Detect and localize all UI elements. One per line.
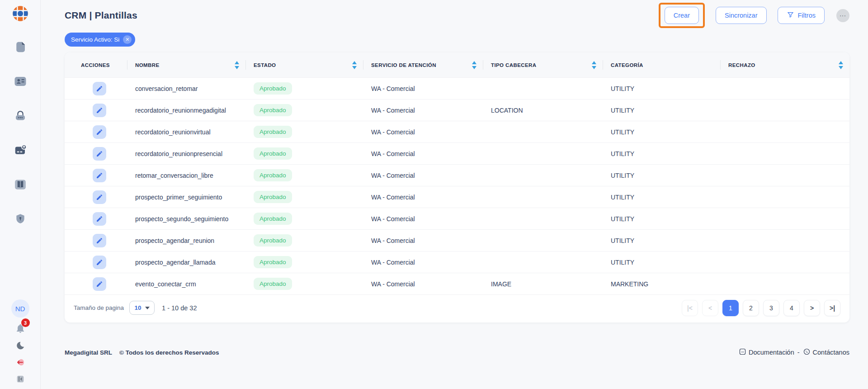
- templates-table-card: ACCIONES NOMBRE ESTADO SERVICIO DE ATENC…: [65, 52, 849, 323]
- sidebar-bottom: ND 3: [11, 299, 29, 385]
- edit-icon[interactable]: [93, 82, 106, 95]
- edit-icon[interactable]: [93, 104, 106, 117]
- edit-icon[interactable]: [93, 277, 106, 291]
- cell-servicio: WA - Comercial: [363, 85, 483, 92]
- cell-estado: Aprobado: [245, 169, 363, 181]
- table-row: prospecto_agendar_llamadaAprobadoWA - Co…: [65, 251, 849, 273]
- cell-servicio: WA - Comercial: [363, 259, 483, 266]
- table-row: retomar_conversacion_libreAprobadoWA - C…: [65, 164, 849, 186]
- cell-categoria: UTILITY: [603, 259, 720, 266]
- table-header-row: ACCIONES NOMBRE ESTADO SERVICIO DE ATENC…: [65, 52, 849, 77]
- cell-categoria: UTILITY: [603, 215, 720, 223]
- cell-nombre: recordatorio_reunionvirtual: [127, 128, 245, 136]
- moon-icon[interactable]: [14, 339, 27, 352]
- notification-badge: 3: [21, 318, 30, 327]
- cell-acciones: [65, 82, 127, 95]
- page-size-label: Tamaño de pagina: [74, 304, 124, 311]
- page-size-select[interactable]: 10: [129, 301, 155, 315]
- file-icon[interactable]: [13, 40, 28, 54]
- sort-icon[interactable]: [839, 61, 843, 69]
- cell-servicio: WA - Comercial: [363, 107, 483, 114]
- cell-servicio: WA - Comercial: [363, 237, 483, 244]
- cell-estado: Aprobado: [245, 213, 363, 225]
- logout-icon[interactable]: [14, 356, 27, 369]
- copyright-text: © Todos los derechos Reservados: [119, 349, 219, 356]
- filters-button[interactable]: Filtros: [778, 7, 825, 24]
- cell-acciones: [65, 169, 127, 182]
- cell-estado: Aprobado: [245, 82, 363, 95]
- edit-icon[interactable]: [93, 169, 106, 182]
- cell-nombre: prospecto_segundo_seguimiento: [127, 215, 245, 223]
- app-logo-icon[interactable]: [11, 5, 29, 23]
- filter-chips: Servicio Activo: Si ✕: [65, 33, 849, 47]
- table-body: conversacion_retomarAprobadoWA - Comerci…: [65, 77, 849, 294]
- cell-tipo-cabecera: IMAGE: [483, 280, 603, 288]
- cell-acciones: [65, 190, 127, 204]
- password-lock-icon[interactable]: [13, 109, 28, 123]
- book-icon[interactable]: [13, 177, 28, 192]
- column-header-servicio[interactable]: SERVICIO DE ATENCIÓN: [363, 52, 483, 77]
- edit-icon[interactable]: [93, 212, 106, 226]
- cell-categoria: UTILITY: [603, 85, 720, 92]
- cell-estado: Aprobado: [245, 278, 363, 290]
- edit-icon[interactable]: [93, 147, 106, 161]
- status-badge: Aprobado: [254, 213, 292, 225]
- status-badge: Aprobado: [254, 104, 292, 116]
- company-name: Megadigital SRL: [65, 349, 112, 356]
- sync-button[interactable]: Sincronizar: [716, 7, 767, 24]
- cell-acciones: [65, 147, 127, 161]
- cell-estado: Aprobado: [245, 147, 363, 160]
- cell-categoria: UTILITY: [603, 172, 720, 179]
- bell-icon[interactable]: 3: [14, 322, 27, 335]
- sort-icon[interactable]: [592, 61, 596, 69]
- cell-servicio: WA - Comercial: [363, 172, 483, 179]
- page-title: CRM | Plantillas: [65, 10, 137, 21]
- edit-icon[interactable]: [93, 125, 106, 139]
- edit-icon[interactable]: [93, 256, 106, 269]
- filters-label: Filtros: [798, 12, 816, 19]
- collapse-sidebar-icon[interactable]: [14, 373, 27, 385]
- column-header-rechazo[interactable]: RECHAZO: [720, 52, 849, 77]
- sort-icon[interactable]: [235, 61, 239, 69]
- table-row: prospecto_segundo_seguimientoAprobadoWA …: [65, 208, 849, 229]
- table-row: conversacion_retomarAprobadoWA - Comerci…: [65, 77, 849, 99]
- page-button-4[interactable]: 4: [783, 300, 800, 316]
- cell-categoria: UTILITY: [603, 128, 720, 136]
- avatar[interactable]: ND: [11, 299, 29, 318]
- edit-icon[interactable]: [93, 234, 106, 247]
- column-header-nombre[interactable]: NOMBRE: [127, 52, 245, 77]
- sort-icon[interactable]: [352, 61, 357, 69]
- cell-nombre: prospecto_agendar_llamada: [127, 259, 245, 266]
- cell-nombre: prospecto_primer_seguimiento: [127, 194, 245, 201]
- column-header-tipo-cabecera[interactable]: TIPO CABECERA: [483, 52, 603, 77]
- table-row: recordatorio_reunionpresencialAprobadoWA…: [65, 142, 849, 164]
- next-page-button[interactable]: >: [804, 300, 820, 316]
- contact-card-icon[interactable]: [13, 74, 28, 89]
- column-header-estado[interactable]: ESTADO: [245, 52, 363, 77]
- page-button-1[interactable]: 1: [722, 300, 739, 316]
- cell-categoria: UTILITY: [603, 237, 720, 244]
- cell-servicio: WA - Comercial: [363, 194, 483, 201]
- create-button[interactable]: Crear: [665, 7, 699, 24]
- footer-left: Megadigital SRL © Todos los derechos Res…: [65, 349, 219, 356]
- contact-link[interactable]: Contáctanos: [803, 348, 849, 357]
- edit-icon[interactable]: [93, 190, 106, 204]
- cell-estado: Aprobado: [245, 126, 363, 138]
- shield-key-icon[interactable]: [13, 212, 28, 226]
- pager: |< < 1 2 3 4 > >|: [682, 300, 840, 316]
- more-options-button[interactable]: ...: [836, 9, 849, 22]
- cell-categoria: UTILITY: [603, 150, 720, 157]
- sort-icon[interactable]: [472, 61, 476, 69]
- cell-servicio: WA - Comercial: [363, 215, 483, 223]
- cell-tipo-cabecera: LOCATION: [483, 107, 603, 114]
- page-button-3[interactable]: 3: [763, 300, 779, 316]
- card-upload-icon[interactable]: [13, 143, 28, 157]
- first-page-button[interactable]: |<: [682, 300, 698, 316]
- last-page-button[interactable]: >|: [824, 300, 840, 316]
- chip-close-icon[interactable]: ✕: [123, 35, 132, 44]
- status-badge: Aprobado: [254, 169, 292, 181]
- documentation-link[interactable]: Documentación: [739, 348, 794, 357]
- cell-estado: Aprobado: [245, 191, 363, 203]
- page-button-2[interactable]: 2: [743, 300, 759, 316]
- prev-page-button[interactable]: <: [702, 300, 718, 316]
